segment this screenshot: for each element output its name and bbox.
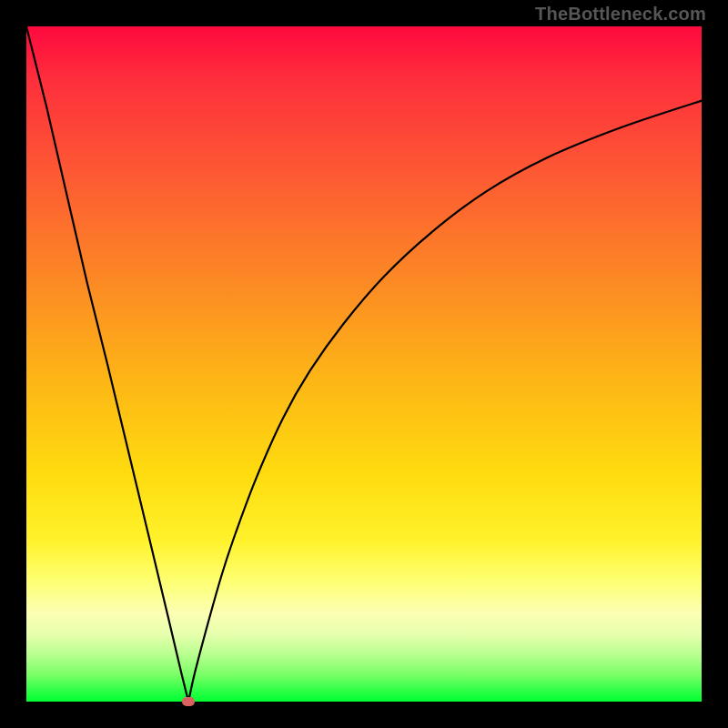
- bottleneck-curve: [26, 26, 702, 702]
- watermark-text: TheBottleneck.com: [535, 4, 706, 25]
- min-point-marker: [182, 697, 195, 706]
- curve-svg: [26, 26, 702, 702]
- chart-root: TheBottleneck.com: [0, 0, 728, 728]
- plot-area: [26, 26, 702, 702]
